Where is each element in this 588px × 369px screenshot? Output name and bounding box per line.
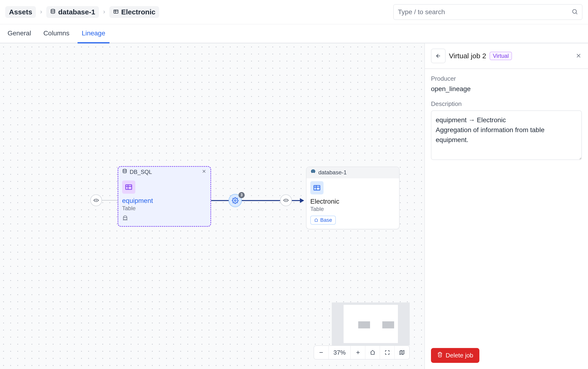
zoom-level: 37%	[329, 346, 351, 359]
arrowhead-icon	[300, 198, 304, 203]
node-electronic-title: Electronic	[310, 198, 395, 205]
job-count-badge: 3	[239, 192, 245, 198]
minimap[interactable]	[332, 302, 410, 345]
base-badge: Base	[310, 216, 336, 225]
back-button[interactable]	[431, 49, 446, 63]
zoom-controls: 37%	[314, 345, 410, 359]
expand-upstream-handle[interactable]	[90, 195, 102, 206]
database-icon	[122, 169, 127, 175]
tab-lineage[interactable]: Lineage	[81, 24, 106, 43]
node-equipment-header-label: DB_SQL	[130, 169, 152, 175]
svg-point-9	[123, 169, 126, 171]
svg-point-17	[312, 171, 313, 171]
base-badge-label: Base	[320, 217, 332, 223]
postgres-icon	[310, 169, 316, 176]
minimap-rect	[382, 321, 394, 328]
svg-rect-19	[314, 185, 320, 190]
svg-line-5	[576, 13, 577, 14]
trash-icon	[437, 352, 443, 359]
chevron-right-icon	[39, 10, 43, 14]
node-equipment-subtitle: Table	[122, 205, 207, 212]
table-icon	[113, 8, 119, 16]
breadcrumb-database[interactable]: database-1	[46, 6, 99, 18]
table-icon	[122, 181, 135, 194]
svg-point-8	[234, 200, 236, 202]
producer-label: Producer	[431, 75, 582, 82]
svg-point-15	[124, 217, 125, 218]
svg-point-0	[51, 9, 55, 11]
search-input[interactable]	[393, 4, 582, 20]
breadcrumb-assets-label: Assets	[9, 8, 32, 16]
tabs: General Columns Lineage	[0, 24, 588, 43]
search-icon	[571, 9, 578, 16]
topbar: Assets database-1 Electronic	[0, 0, 588, 24]
table-icon	[310, 181, 324, 195]
edge-upstream	[99, 200, 118, 201]
ghost-icon	[122, 215, 207, 222]
zoom-in-button[interactable]	[351, 346, 365, 359]
expand-downstream-handle[interactable]	[280, 195, 292, 206]
virtual-badge: Virtual	[490, 52, 512, 60]
database-icon	[50, 8, 56, 16]
node-electronic-subtitle: Table	[310, 206, 395, 212]
delete-job-label: Delete job	[446, 352, 473, 359]
breadcrumb-table[interactable]: Electronic	[109, 6, 159, 18]
node-equipment-title[interactable]: equipment	[122, 197, 207, 205]
delete-job-button[interactable]: Delete job	[431, 348, 479, 363]
zoom-out-button[interactable]	[314, 346, 329, 359]
tab-general[interactable]: General	[7, 24, 32, 43]
tab-columns[interactable]: Columns	[42, 24, 70, 43]
node-equipment[interactable]: DB_SQL equipment Table	[118, 166, 211, 227]
panel-title: Virtual job 2	[449, 52, 486, 60]
close-panel-button[interactable]	[575, 52, 582, 60]
svg-point-16	[126, 217, 126, 218]
breadcrumb-database-label: database-1	[58, 8, 95, 16]
search-wrap	[393, 4, 582, 20]
panel-footer: Delete job	[425, 342, 588, 369]
close-icon[interactable]	[201, 169, 207, 175]
svg-point-18	[314, 171, 314, 171]
description-textarea[interactable]	[431, 110, 582, 160]
svg-rect-1	[114, 10, 118, 13]
node-electronic[interactable]: database-1 Electronic Table Base	[306, 167, 399, 229]
zoom-map-button[interactable]	[395, 346, 409, 359]
breadcrumb-assets[interactable]: Assets	[5, 6, 36, 18]
svg-marker-25	[400, 350, 404, 355]
svg-point-4	[573, 10, 577, 13]
panel-body: Producer open_lineage Description	[425, 69, 588, 342]
chevron-right-icon	[102, 10, 106, 14]
description-label: Description	[431, 100, 582, 108]
main: 3 DB_SQL equipment	[0, 43, 588, 369]
svg-rect-12	[126, 185, 132, 189]
details-panel: Virtual job 2 Virtual Producer open_line…	[424, 43, 588, 369]
node-electronic-header-label: database-1	[318, 169, 347, 176]
producer-value: open_lineage	[431, 85, 582, 93]
panel-header: Virtual job 2 Virtual	[425, 43, 588, 69]
zoom-fullscreen-button[interactable]	[380, 346, 395, 359]
lineage-canvas[interactable]: 3 DB_SQL equipment	[0, 43, 424, 369]
breadcrumb-table-label: Electronic	[121, 8, 155, 16]
minimap-rect	[358, 321, 370, 328]
zoom-home-button[interactable]	[365, 346, 380, 359]
breadcrumb: Assets database-1 Electronic	[5, 6, 159, 18]
